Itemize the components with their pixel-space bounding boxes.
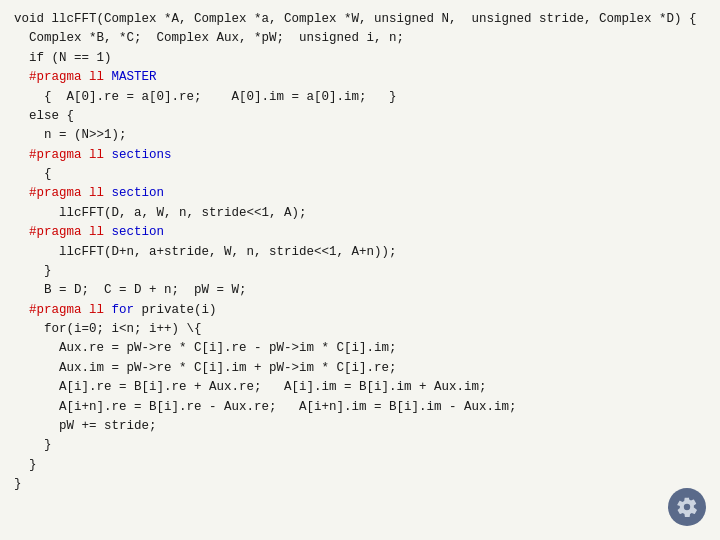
gear-icon[interactable] — [668, 488, 706, 526]
code-container: void llcFFT(Complex *A, Complex *a, Comp… — [0, 0, 720, 540]
code-block: void llcFFT(Complex *A, Complex *a, Comp… — [14, 10, 706, 494]
